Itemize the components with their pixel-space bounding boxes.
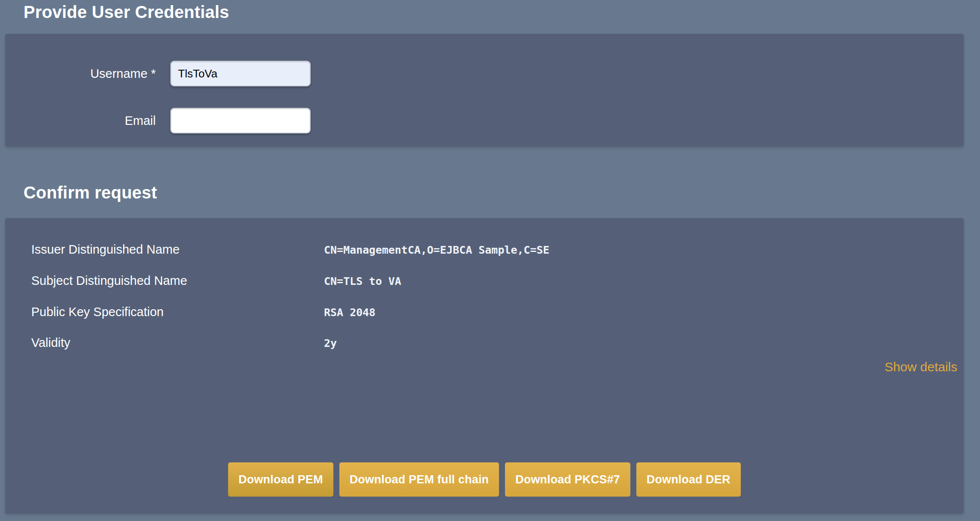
credentials-panel: Username * Email [5, 34, 964, 147]
confirm-request-heading: Confirm request [24, 183, 157, 202]
download-pem-button[interactable]: Download PEM [228, 462, 333, 497]
download-der-button[interactable]: Download DER [636, 462, 741, 497]
provide-user-credentials-heading: Provide User Credentials [24, 3, 229, 21]
issuer-dn-row: Issuer Distinguished NameCN=ManagementCA… [31, 240, 947, 258]
download-pem-full-chain-button[interactable]: Download PEM full chain [339, 462, 499, 497]
username-label: Username * [5, 61, 156, 86]
validity-row: Validity2y [31, 334, 947, 352]
certificate-enrollment-page: Provide User Credentials Username * Emai… [0, 0, 980, 521]
email-input[interactable] [170, 108, 311, 133]
public-key-spec-value: RSA 2048 [324, 304, 375, 322]
validity-value: 2y [324, 335, 337, 352]
subject-dn-value: CN=TLS to VA [324, 272, 401, 290]
validity-label: Validity [31, 334, 324, 352]
download-pkcs7-button[interactable]: Download PKCS#7 [505, 462, 630, 497]
download-button-row: Download PEM Download PEM full chain Dow… [5, 462, 964, 497]
username-input[interactable] [170, 61, 311, 86]
subject-dn-row: Subject Distinguished NameCN=TLS to VA [31, 272, 947, 290]
confirm-request-panel: Issuer Distinguished NameCN=ManagementCA… [5, 218, 964, 514]
email-label: Email [5, 108, 156, 133]
public-key-spec-row: Public Key SpecificationRSA 2048 [31, 303, 947, 321]
public-key-spec-label: Public Key Specification [31, 303, 324, 321]
issuer-dn-label: Issuer Distinguished Name [31, 240, 324, 258]
show-details-link[interactable]: Show details [885, 359, 957, 375]
issuer-dn-value: CN=ManagementCA,O=EJBCA Sample,C=SE [324, 241, 549, 259]
subject-dn-label: Subject Distinguished Name [31, 272, 324, 290]
